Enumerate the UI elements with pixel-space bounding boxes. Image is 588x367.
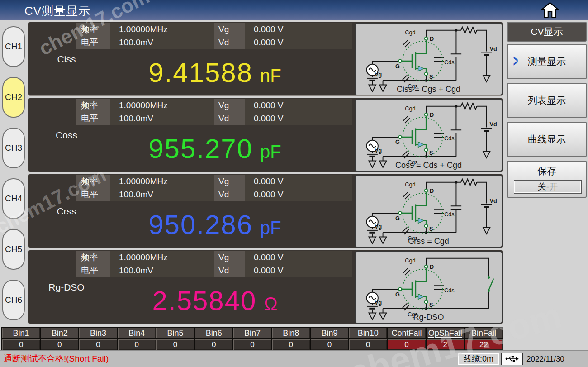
level-value: 100.0mV bbox=[110, 188, 214, 201]
drain-label: D bbox=[430, 264, 434, 270]
cgd-label: Cgd bbox=[405, 29, 415, 36]
home-button[interactable] bbox=[541, 2, 559, 19]
menu-button-label: 测量显示 bbox=[528, 55, 566, 68]
mosfet-circuit-svg: Vd D G S Cgd bbox=[356, 252, 502, 323]
channel-label: CH5 bbox=[5, 244, 22, 254]
circuit-diagram: Crss = Cgd bbox=[355, 175, 503, 248]
cds-label: Cds bbox=[444, 287, 455, 294]
channel-button-ch3[interactable]: CH3 bbox=[2, 128, 25, 168]
datetime: 2022/11/30 15:17:04 bbox=[526, 351, 588, 367]
vd-label: Vd bbox=[214, 112, 245, 125]
bin-header-row: Bin1 Bin2 Bin3 Bin4 Bin5 Bin6 Bin7 Bin8 … bbox=[2, 328, 503, 338]
vd-value: 0.000 V bbox=[245, 112, 352, 125]
bin-header: Bin8 bbox=[272, 328, 310, 338]
toggle-on-label: 开 bbox=[549, 181, 558, 193]
channel-button-ch6[interactable]: CH6 bbox=[2, 280, 25, 320]
freq-value: 1.00000MHz bbox=[110, 23, 214, 36]
measurement-value: 955.270pF bbox=[76, 128, 353, 170]
vg-node-label: Vg bbox=[375, 148, 382, 154]
source-label: S bbox=[429, 302, 433, 308]
contfail-count: 0 bbox=[388, 339, 425, 350]
drain-label: D bbox=[430, 188, 434, 194]
bin-count: 0 bbox=[156, 339, 194, 350]
measurement-value: 950.286pF bbox=[76, 204, 353, 246]
bin-count: 0 bbox=[311, 339, 348, 350]
save-toggle[interactable]: 关-开 bbox=[514, 181, 581, 193]
menu-button-curve-display[interactable]: 曲线显示 bbox=[507, 122, 587, 157]
vg-value: 0.000 V bbox=[245, 251, 352, 264]
vg-label: Vg bbox=[214, 251, 245, 264]
circuit-formula: Coss = Cds + Cgd bbox=[356, 161, 502, 170]
vd-label: Vd bbox=[214, 36, 245, 49]
bin-count: 0 bbox=[79, 339, 117, 350]
bin-header: Bin5 bbox=[156, 328, 194, 338]
source-label: S bbox=[429, 74, 433, 80]
bin-count: 0 bbox=[41, 339, 78, 350]
freq-value: 1.00000MHz bbox=[110, 251, 214, 264]
channel-button-ch4[interactable]: CH4 bbox=[2, 178, 25, 219]
level-value: 100.0mV bbox=[110, 112, 214, 125]
level-value: 100.0mV bbox=[110, 36, 214, 49]
condition-table: 频率 1.00000MHz Vg 0.000 V 电平 100.0mV Vd 0… bbox=[76, 99, 352, 125]
mosfet-symbol bbox=[398, 37, 442, 81]
measure-panel-coss: Coss 频率 1.00000MHz Vg 0.000 V 电平 100.0mV… bbox=[28, 98, 503, 172]
vd-node-label: Vd bbox=[490, 198, 497, 204]
channel-button-ch1[interactable]: CH1 bbox=[2, 26, 25, 67]
vg-value: 0.000 V bbox=[245, 23, 352, 36]
title-bar: CV测量显示 bbox=[0, 0, 588, 20]
bin-header: Bin10 bbox=[349, 328, 387, 338]
opshfail-count: 2 bbox=[427, 339, 464, 350]
status-bar: 通断测试不合格!(Short Fail) 线缆:0m 2022/11/30 15… bbox=[0, 350, 588, 367]
channel-label: CH4 bbox=[5, 194, 22, 204]
bin-count: 0 bbox=[233, 339, 271, 350]
cgd-label: Cgd bbox=[405, 105, 415, 112]
mosfet-circuit-svg: Vd D G S Cgd bbox=[356, 100, 502, 171]
vg-label: Vg bbox=[214, 99, 245, 112]
page-title: CV测量显示 bbox=[24, 3, 90, 19]
cgd-label: Cgd bbox=[405, 257, 415, 264]
toggle-off-label: 关 bbox=[538, 181, 546, 193]
channel-button-ch5[interactable]: CH5 bbox=[2, 229, 25, 270]
vg-label: Vg bbox=[214, 175, 245, 188]
bin-header: Bin3 bbox=[79, 328, 117, 338]
binfail-count: 22 bbox=[465, 339, 503, 350]
channel-label: CH3 bbox=[5, 143, 22, 153]
measure-panel-crss: Crss 频率 1.00000MHz Vg 0.000 V 电平 100.0mV… bbox=[28, 174, 503, 248]
circuit-formula: Rg-DSO bbox=[356, 313, 502, 322]
circuit-formula: Crss = Cgd bbox=[356, 237, 502, 246]
vd-value: 0.000 V bbox=[245, 188, 352, 201]
cds-label: Cds bbox=[444, 59, 455, 66]
channel-button-ch2[interactable]: CH2 bbox=[2, 77, 25, 118]
condition-table: 频率 1.00000MHz Vg 0.000 V 电平 100.0mV Vd 0… bbox=[76, 251, 352, 277]
menu-button-measure-display[interactable]: > 测量显示 bbox=[507, 44, 587, 79]
usb-icon bbox=[505, 355, 519, 362]
channel-label: CH2 bbox=[5, 92, 22, 102]
circuit-diagram: Coss = Cds + Cgd bbox=[355, 99, 503, 172]
mosfet-circuit-svg: Vd D G S Cgd bbox=[356, 176, 502, 247]
measure-panel-rgdso: Rg-DSO 频率 1.00000MHz Vg 0.000 V 电平 100.0… bbox=[28, 250, 503, 324]
freq-value: 1.00000MHz bbox=[110, 99, 214, 112]
mosfet-circuit-svg: Vd D G S Cgd bbox=[356, 24, 502, 95]
condition-table: 频率 1.00000MHz Vg 0.000 V 电平 100.0mV Vd 0… bbox=[76, 23, 352, 49]
vg-value: 0.000 V bbox=[245, 175, 352, 188]
bin-header-contfail: ContFail bbox=[388, 328, 425, 338]
selected-chevron-icon: > bbox=[513, 52, 518, 71]
mosfet-symbol bbox=[398, 189, 442, 233]
level-value: 100.0mV bbox=[110, 264, 214, 277]
freq-label: 频率 bbox=[76, 175, 110, 188]
bin-header: Bin7 bbox=[233, 328, 271, 338]
freq-label: 频率 bbox=[76, 99, 110, 112]
save-button[interactable]: 保存 关-开 bbox=[507, 161, 587, 198]
cable-length-indicator: 线缆:0m bbox=[458, 353, 499, 365]
menu-title: CV显示 bbox=[507, 22, 587, 42]
vg-node-label: Vg bbox=[375, 224, 382, 230]
bin-header-opshfail: OpShFail bbox=[427, 328, 464, 338]
menu-button-list-display[interactable]: 列表显示 bbox=[507, 83, 587, 118]
cds-label: Cds bbox=[444, 135, 455, 142]
bin-counter-table: Bin1 Bin2 Bin3 Bin4 Bin5 Bin6 Bin7 Bin8 … bbox=[1, 327, 503, 351]
bin-count: 0 bbox=[272, 339, 310, 350]
bin-count: 0 bbox=[195, 339, 232, 350]
soft-menu: CV显示 > 测量显示 列表显示 曲线显示 保存 关-开 bbox=[506, 20, 588, 350]
channel-rail: CH1 CH2 CH3 CH4 CH5 CH6 bbox=[0, 20, 27, 328]
alarm-message: 通断测试不合格!(Short Fail) bbox=[4, 351, 109, 367]
